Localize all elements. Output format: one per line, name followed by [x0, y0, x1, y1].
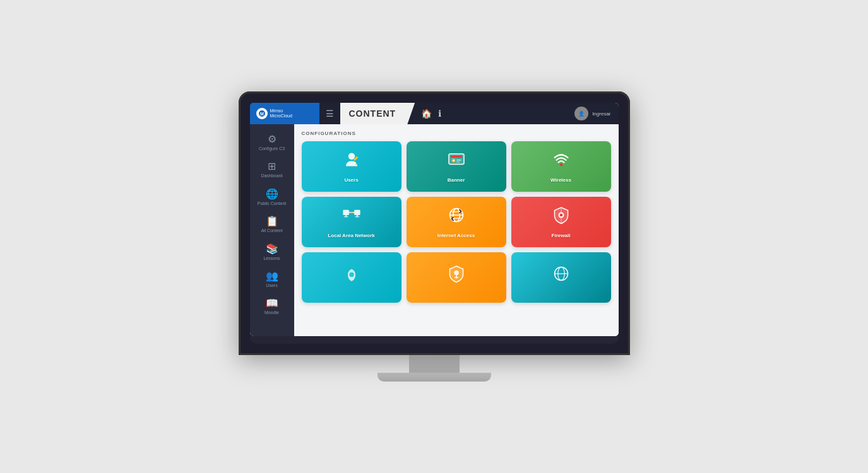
svg-rect-9	[456, 160, 461, 161]
configure-c3-icon: ⚙	[268, 133, 276, 145]
card-wireless[interactable]: Wireless	[511, 141, 611, 192]
monitor-bottom-bar	[250, 336, 619, 344]
card-lan[interactable]: Local Area Network	[302, 197, 401, 247]
home-icon[interactable]: 🏠	[421, 108, 432, 119]
section-title: CONFIGURATIONS	[302, 131, 611, 136]
main-layout: ⚙ Configure C3 ⊞ Dashboard 🌐 Public Cont…	[250, 124, 619, 336]
topbar-right: 👤 Ingresar	[574, 107, 618, 120]
sidebar-label-moodle: Moodle	[265, 310, 279, 315]
sidebar-label-configure-c3: Configure C3	[259, 146, 285, 151]
banner-card-icon	[447, 150, 466, 173]
svg-rect-13	[343, 210, 349, 215]
brand-name: Mimso	[270, 108, 292, 114]
sidebar-label-all-content: All Content	[261, 228, 282, 233]
svg-point-30	[349, 272, 354, 277]
card-banner[interactable]: Banner	[407, 141, 506, 192]
card-banner-label: Banner	[448, 177, 465, 183]
users-sidebar-icon: 👥	[266, 270, 278, 282]
card-9-icon	[552, 264, 571, 288]
page-title-container: CONTENT	[340, 103, 415, 124]
svg-rect-16	[354, 210, 360, 215]
svg-rect-14	[345, 215, 347, 216]
card-7-icon	[342, 264, 361, 288]
svg-rect-7	[451, 156, 462, 158]
card-users[interactable]: Users	[302, 141, 401, 192]
brand-text: Mimso MicroCloud	[270, 108, 292, 118]
hamburger-icon[interactable]: ☰	[319, 108, 340, 119]
card-internet-access[interactable]: Internet Access	[407, 197, 506, 247]
wireless-card-icon	[552, 150, 571, 173]
svg-point-20	[350, 212, 352, 214]
card-internet-access-label: Internet Access	[437, 233, 475, 238]
topbar: M Mimso MicroCloud ☰ CONTENT 🏠 ℹ	[250, 103, 619, 124]
sidebar: ⚙ Configure C3 ⊞ Dashboard 🌐 Public Cont…	[250, 124, 294, 336]
card-8-icon	[447, 264, 466, 288]
svg-text:M: M	[260, 112, 264, 116]
svg-rect-15	[343, 216, 348, 217]
sidebar-item-moodle[interactable]: 📖 Moodle	[250, 293, 294, 319]
monitor-screen: M Mimso MicroCloud ☰ CONTENT 🏠 ℹ	[239, 91, 630, 355]
svg-rect-10	[456, 161, 460, 163]
svg-point-29	[559, 214, 562, 217]
svg-rect-5	[449, 154, 464, 165]
svg-point-2	[348, 153, 355, 160]
login-button[interactable]: Ingresar	[592, 111, 610, 117]
sidebar-item-users[interactable]: 👥 Users	[250, 266, 294, 292]
card-9[interactable]	[511, 252, 611, 303]
brand-logo[interactable]: M Mimso MicroCloud	[250, 103, 319, 124]
card-lan-label: Local Area Network	[328, 233, 374, 238]
screen-inner: M Mimso MicroCloud ☰ CONTENT 🏠 ℹ	[250, 103, 619, 336]
svg-point-22	[353, 212, 354, 213]
monitor-stand-neck	[409, 355, 460, 373]
internet-access-card-icon	[447, 206, 466, 229]
cards-grid: Users	[302, 141, 611, 303]
monitor-stand-base	[378, 373, 491, 382]
sidebar-item-dashboard[interactable]: ⊞ Dashboard	[250, 156, 294, 182]
sidebar-item-configure-c3[interactable]: ⚙ Configure C3	[250, 129, 294, 155]
sidebar-label-users: Users	[266, 283, 277, 288]
topbar-nav-icons: 🏠 ℹ	[415, 108, 448, 119]
svg-point-21	[349, 212, 350, 213]
firewall-card-icon	[552, 206, 571, 229]
dashboard-icon: ⊞	[268, 160, 276, 172]
sidebar-label-public-content: Public Content	[258, 201, 287, 206]
info-icon[interactable]: ℹ	[438, 108, 441, 119]
page-title: CONTENT	[349, 108, 396, 119]
sidebar-item-all-content[interactable]: 📋 All Content	[250, 211, 294, 237]
monitor-wrapper: M Mimso MicroCloud ☰ CONTENT 🏠 ℹ	[239, 91, 630, 382]
lan-card-icon	[342, 206, 361, 229]
svg-point-11	[453, 160, 455, 161]
users-card-icon	[342, 150, 361, 173]
all-content-icon: 📋	[266, 215, 278, 227]
moodle-icon: 📖	[266, 297, 278, 309]
card-firewall-label: Firewall	[552, 233, 571, 238]
svg-point-31	[454, 270, 459, 275]
sidebar-item-lessons[interactable]: 📚 Lessons	[250, 239, 294, 265]
brand-icon: M	[256, 108, 268, 119]
svg-point-12	[559, 163, 562, 166]
svg-rect-18	[355, 216, 359, 217]
lessons-icon: 📚	[266, 243, 278, 255]
brand-subtitle: MicroCloud	[270, 114, 292, 119]
user-avatar[interactable]: 👤	[574, 107, 588, 120]
sidebar-label-dashboard: Dashboard	[261, 173, 282, 178]
content-area: CONFIGURATIONS	[294, 124, 619, 336]
sidebar-item-public-content[interactable]: 🌐 Public Content	[250, 184, 294, 210]
svg-rect-17	[356, 215, 358, 216]
card-users-label: Users	[344, 177, 358, 183]
public-content-icon: 🌐	[266, 188, 278, 200]
card-firewall[interactable]: Firewall	[511, 197, 611, 247]
card-7[interactable]	[302, 252, 401, 303]
sidebar-label-lessons: Lessons	[263, 256, 280, 261]
card-8[interactable]	[407, 252, 506, 303]
card-wireless-label: Wireless	[550, 177, 571, 183]
